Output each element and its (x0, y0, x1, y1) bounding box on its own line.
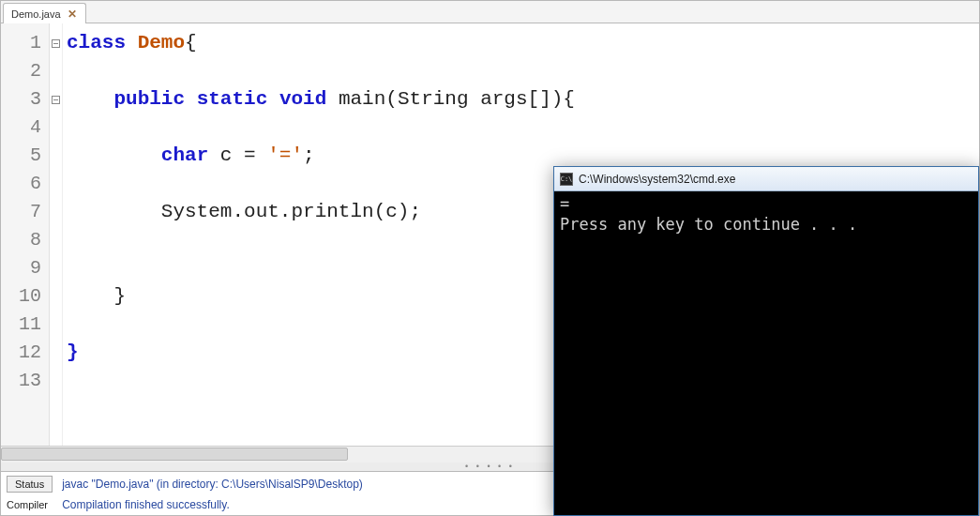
fold-marker (50, 57, 62, 85)
cmd-window[interactable]: C:\ C:\Windows\system32\cmd.exe = Press … (553, 166, 979, 516)
status-button[interactable]: Status (7, 476, 53, 493)
close-icon[interactable]: ✕ (67, 8, 78, 20)
line-number: 8 (1, 226, 49, 254)
fold-collapse-icon[interactable] (52, 96, 60, 104)
line-number: 4 (1, 114, 49, 142)
code-line[interactable] (67, 57, 975, 85)
fold-marker (50, 311, 62, 339)
fold-collapse-icon[interactable] (52, 39, 60, 48)
fold-marker[interactable] (50, 85, 62, 114)
code-line[interactable]: class Demo{ (67, 29, 975, 57)
scrollbar-thumb[interactable] (1, 448, 348, 461)
fold-marker (50, 339, 62, 367)
line-number: 2 (1, 57, 49, 85)
fold-marker (50, 226, 62, 254)
line-number: 3 (1, 85, 49, 114)
line-number-gutter: 12345678910111213 (1, 23, 50, 446)
fold-marker (50, 282, 62, 311)
code-line[interactable] (67, 114, 975, 142)
file-tab[interactable]: Demo.java ✕ (3, 3, 86, 23)
fold-marker (50, 367, 62, 395)
cmd-title: C:\Windows\system32\cmd.exe (579, 173, 735, 186)
line-number: 6 (1, 170, 49, 198)
fold-marker (50, 254, 62, 282)
cmd-titlebar[interactable]: C:\ C:\Windows\system32\cmd.exe (554, 167, 978, 191)
fold-marker (50, 114, 62, 142)
line-number: 5 (1, 142, 49, 170)
tab-bar: Demo.java ✕ (1, 1, 979, 23)
tab-filename: Demo.java (11, 8, 61, 20)
line-number: 12 (1, 339, 49, 367)
fold-strip (50, 23, 63, 446)
cmd-output[interactable]: = Press any key to continue . . . (554, 191, 978, 515)
fold-marker (50, 142, 62, 170)
line-number: 9 (1, 254, 49, 282)
line-number: 11 (1, 311, 49, 339)
fold-marker (50, 198, 62, 226)
line-number: 13 (1, 367, 49, 395)
line-number: 1 (1, 29, 49, 57)
fold-marker (50, 170, 62, 198)
cmd-icon: C:\ (560, 173, 573, 186)
line-number: 10 (1, 282, 49, 311)
line-number: 7 (1, 198, 49, 226)
code-line[interactable]: public static void main(String args[]){ (67, 85, 975, 114)
fold-marker[interactable] (50, 29, 62, 57)
compiler-label: Compiler (7, 499, 53, 510)
